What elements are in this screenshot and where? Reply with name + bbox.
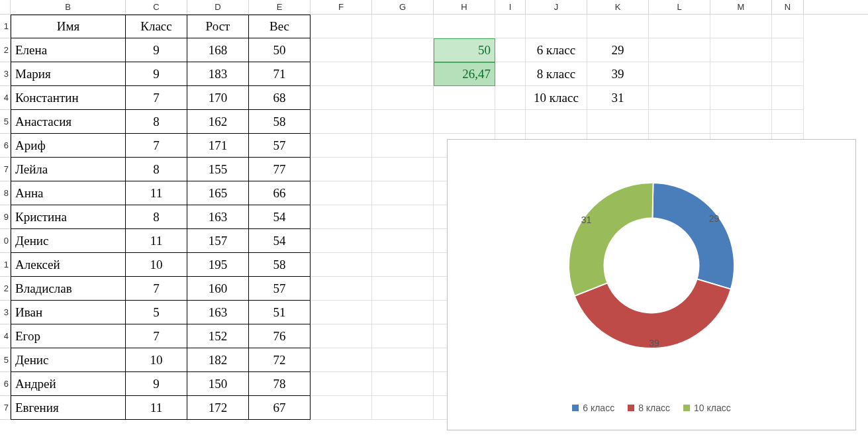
cell-klass[interactable]: 8 [126,158,187,181]
cell-summary-label[interactable]: 10 класс [526,86,587,110]
cell-name[interactable]: Лейла [11,158,126,181]
cell-B1[interactable]: Имя [11,15,126,38]
spreadsheet-grid[interactable]: B C D E F G H I J K L M N 1ИмяКлассРостВ… [0,0,868,441]
cell-klass[interactable]: 9 [126,38,187,62]
cell-weight[interactable]: 58 [249,253,311,277]
cell-F[interactable] [311,181,372,205]
row-header[interactable]: 5 [0,348,11,372]
cell-F[interactable] [311,396,372,420]
cell[interactable] [311,15,372,38]
cell-G[interactable] [372,229,434,253]
col-header-G[interactable]: G [372,0,434,14]
cell-L[interactable] [649,62,710,86]
cell-height[interactable]: 171 [187,134,249,158]
cell-N[interactable] [772,38,804,62]
cell-name[interactable]: Мария [11,62,126,86]
cell-G[interactable] [372,134,434,158]
cell[interactable] [372,15,434,38]
cell-H3[interactable]: 26,47 [434,62,495,86]
cell-name[interactable]: Ариф [11,134,126,158]
cell[interactable] [649,15,710,38]
cell-F[interactable] [311,324,372,348]
col-header-L[interactable]: L [649,0,710,14]
col-header-E[interactable]: E [249,0,311,14]
cell-name[interactable]: Алексей [11,253,126,277]
cell[interactable] [587,15,649,38]
cell-G[interactable] [372,396,434,420]
cell-G[interactable] [372,348,434,372]
cell-L[interactable] [649,86,710,110]
cell-L[interactable] [649,110,710,134]
cell-klass[interactable]: 11 [126,396,187,420]
cell-weight[interactable]: 72 [249,348,311,372]
cell-name[interactable]: Денис [11,348,126,372]
cell-name[interactable]: Кристина [11,205,126,229]
col-header-K[interactable]: K [587,0,649,14]
doughnut-chart[interactable]: 293931 6 класс8 класс10 класс [447,139,856,430]
cell-H2[interactable]: 50 [434,38,495,62]
cell-summary-label[interactable]: 6 класс [526,38,587,62]
cell-G[interactable] [372,38,434,62]
cell-height[interactable]: 170 [187,86,249,110]
cell-name[interactable]: Денис [11,229,126,253]
cell-summary-value[interactable]: 31 [587,86,649,110]
cell-height[interactable]: 150 [187,372,249,396]
row-header[interactable]: 1 [0,253,11,277]
cell-weight[interactable]: 57 [249,134,311,158]
cell-I[interactable] [495,62,526,86]
row-header[interactable]: 1 [0,15,11,38]
row-header[interactable]: 5 [0,110,11,134]
cell-height[interactable]: 162 [187,110,249,134]
cell-height[interactable]: 168 [187,38,249,62]
cell-klass[interactable]: 7 [126,86,187,110]
cell-height[interactable]: 172 [187,396,249,420]
col-header-I[interactable]: I [495,0,526,14]
row-header[interactable]: 3 [0,301,11,324]
cell-F[interactable] [311,62,372,86]
row-header[interactable]: 6 [0,372,11,396]
row-header[interactable]: 9 [0,205,11,229]
cell-name[interactable]: Владислав [11,277,126,301]
cell-I[interactable] [495,110,526,134]
cell-F[interactable] [311,229,372,253]
cell-F[interactable] [311,134,372,158]
cell-weight[interactable]: 77 [249,158,311,181]
cell-G[interactable] [372,110,434,134]
cell-klass[interactable]: 9 [126,372,187,396]
row-header[interactable]: 2 [0,277,11,301]
cell-E1[interactable]: Вес [249,15,311,38]
cell-N[interactable] [772,62,804,86]
cell-name[interactable]: Евгения [11,396,126,420]
cell-summary-value[interactable]: 29 [587,38,649,62]
row-header[interactable]: 6 [0,134,11,158]
cell-height[interactable]: 163 [187,205,249,229]
cell-F[interactable] [311,348,372,372]
cell-N[interactable] [772,110,804,134]
row-header[interactable]: 7 [0,396,11,420]
cell-G[interactable] [372,372,434,396]
cell-C1[interactable]: Класс [126,15,187,38]
cell-height[interactable]: 183 [187,62,249,86]
col-header-B[interactable]: B [11,0,126,14]
cell[interactable] [710,15,772,38]
row-header[interactable]: 7 [0,158,11,181]
cell-J[interactable] [526,110,587,134]
cell-K[interactable] [587,110,649,134]
cell-height[interactable]: 182 [187,348,249,372]
cell-G[interactable] [372,158,434,181]
col-header-F[interactable]: F [311,0,372,14]
row-header[interactable]: 3 [0,62,11,86]
cell-name[interactable]: Анастасия [11,110,126,134]
cell-weight[interactable]: 58 [249,110,311,134]
cell-weight[interactable]: 54 [249,229,311,253]
cell-weight[interactable]: 57 [249,277,311,301]
cell-klass[interactable]: 7 [126,277,187,301]
row-header[interactable]: 2 [0,38,11,62]
cell-weight[interactable]: 54 [249,205,311,229]
col-header-J[interactable]: J [526,0,587,14]
cell-G[interactable] [372,301,434,324]
cell-klass[interactable]: 8 [126,205,187,229]
cell-weight[interactable]: 76 [249,324,311,348]
cell-klass[interactable]: 11 [126,229,187,253]
cell-F[interactable] [311,277,372,301]
